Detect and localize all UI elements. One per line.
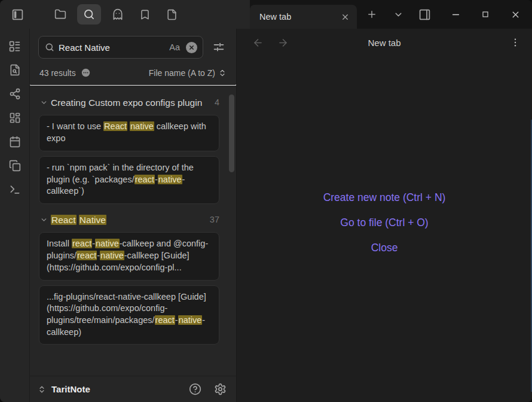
- go-to-file-link[interactable]: Go to file (Ctrl + O): [340, 217, 428, 229]
- results-count-label: 43 results: [39, 68, 76, 78]
- terminal-icon: [9, 184, 21, 196]
- minimize-button[interactable]: [445, 4, 466, 25]
- more-vertical-icon: [510, 37, 521, 48]
- more-options-button[interactable]: [507, 34, 524, 51]
- chevrons-up-down-icon: [38, 385, 46, 394]
- search-toggle-button[interactable]: [77, 4, 101, 25]
- help-button[interactable]: [186, 381, 203, 398]
- toggle-left-sidebar-button[interactable]: [7, 4, 27, 25]
- ellipsis-circle-icon: [81, 68, 91, 78]
- search-panel: React Native Aa 43 results File name (A …: [30, 29, 237, 402]
- search-query-text: React Native: [59, 42, 163, 53]
- clear-search-button[interactable]: [186, 42, 197, 53]
- results-scrollbar-thumb[interactable]: [229, 95, 234, 172]
- forward-button[interactable]: [275, 35, 291, 50]
- search-match-item[interactable]: Install react-native-callkeep and @confi…: [39, 232, 219, 280]
- nav-arrows: [250, 35, 291, 50]
- collapse-chevron-icon: [40, 216, 48, 224]
- maximize-icon: [481, 10, 490, 19]
- sliders-icon: [213, 41, 225, 53]
- vault-statusbar: TaritNote: [30, 376, 236, 402]
- chevron-down-icon: [393, 10, 403, 20]
- results-info-row: 43 results File name (A to Z): [30, 59, 236, 84]
- maximize-button[interactable]: [475, 4, 496, 25]
- search-header: React Native Aa: [30, 29, 236, 59]
- sort-order-button[interactable]: File name (A to Z): [149, 68, 227, 78]
- titlebar-icon-group: [50, 4, 182, 25]
- ghost-mode-button[interactable]: [108, 4, 128, 25]
- ribbon-graph-button[interactable]: [5, 84, 25, 103]
- search-results-list: Creating Custom expo configs plugin 4 - …: [30, 86, 236, 376]
- result-group-header[interactable]: Creating Custom expo configs plugin 4: [40, 96, 219, 109]
- empty-state: Create new note (Ctrl + N) Go to file (C…: [237, 56, 532, 402]
- vault-actions: [186, 381, 228, 398]
- tab-list-dropdown-button[interactable]: [388, 4, 408, 25]
- app-body: React Native Aa 43 results File name (A …: [0, 29, 532, 402]
- chevrons-up-down-icon: [218, 69, 227, 77]
- folder-icon: [54, 8, 66, 20]
- search-icon: [83, 8, 95, 20]
- gear-icon: [214, 383, 227, 395]
- close-link[interactable]: Close: [371, 242, 398, 254]
- bookmarks-button[interactable]: [134, 4, 155, 25]
- left-ribbon: [0, 29, 30, 402]
- app-window: New tab: [0, 0, 532, 402]
- arrow-right-icon: [277, 37, 289, 48]
- sort-order-label: File name (A to Z): [149, 68, 215, 78]
- panel-left-icon: [11, 8, 24, 21]
- titlebar: New tab: [0, 0, 532, 29]
- close-icon: [341, 13, 350, 22]
- search-settings-button[interactable]: [210, 38, 228, 56]
- tab-title: New tab: [259, 12, 338, 22]
- arrow-left-icon: [252, 37, 264, 48]
- tab-strip: New tab: [250, 0, 532, 29]
- copy-icon: [9, 160, 21, 172]
- search-input[interactable]: React Native Aa: [38, 36, 203, 59]
- ribbon-terminal-button[interactable]: [5, 180, 25, 199]
- tab-actions: [362, 0, 435, 29]
- plus-icon: [366, 9, 377, 20]
- close-icon: [510, 10, 521, 20]
- ribbon-tasks-button[interactable]: [5, 36, 25, 56]
- help-circle-icon: [189, 383, 201, 395]
- file-icon: [166, 9, 178, 20]
- ribbon-calendar-button[interactable]: [5, 132, 25, 151]
- titlebar-left: [0, 0, 250, 29]
- search-icon: [45, 42, 54, 52]
- main-pane: New tab Create new note (Ctrl + N) Go to…: [237, 29, 532, 402]
- result-match-count: 37: [210, 214, 219, 226]
- back-button[interactable]: [250, 35, 265, 50]
- vault-name: TaritNote: [51, 384, 90, 394]
- toggle-right-sidebar-button[interactable]: [414, 4, 435, 25]
- ghost-icon: [112, 8, 124, 20]
- ribbon-copy-button[interactable]: [5, 156, 25, 175]
- bookmark-icon: [139, 9, 151, 20]
- file-search-icon: [9, 64, 21, 76]
- graph-share-icon: [9, 88, 21, 100]
- open-folder-button[interactable]: [50, 4, 71, 25]
- ribbon-dashboard-button[interactable]: [5, 108, 25, 127]
- result-match-count: 4: [215, 96, 219, 108]
- new-note-button[interactable]: [161, 4, 182, 25]
- collapse-chevron-icon: [40, 99, 48, 106]
- tab-close-button[interactable]: [338, 10, 352, 24]
- settings-button[interactable]: [212, 381, 228, 398]
- search-match-item[interactable]: - run `npm pack` in the directory of the…: [39, 156, 219, 204]
- ribbon-file-search-button[interactable]: [5, 60, 25, 80]
- create-new-note-link[interactable]: Create new note (Ctrl + N): [323, 191, 446, 204]
- window-controls: [445, 0, 532, 29]
- results-count[interactable]: 43 results: [39, 68, 91, 78]
- layout-list-icon: [8, 40, 21, 53]
- search-match-item[interactable]: - I want to use React native callkeep wi…: [39, 115, 219, 151]
- result-file-title: React Native: [51, 214, 202, 226]
- search-match-item[interactable]: ...fig-plugins/react-native-callkeep [Gu…: [39, 285, 219, 345]
- x-icon: [188, 44, 195, 51]
- close-window-button[interactable]: [505, 4, 525, 25]
- match-case-toggle[interactable]: Aa: [167, 41, 182, 53]
- tab-new-tab[interactable]: New tab: [250, 5, 357, 29]
- vault-switcher-button[interactable]: TaritNote: [38, 384, 90, 394]
- new-tab-button[interactable]: [362, 4, 382, 25]
- result-group-header[interactable]: React Native 37: [40, 214, 219, 226]
- calendar-icon: [9, 136, 21, 148]
- minimize-icon: [451, 10, 461, 20]
